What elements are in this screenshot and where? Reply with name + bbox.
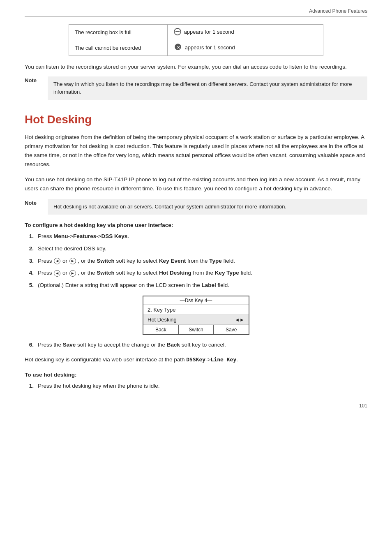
icon-label-2: appears for 1 second	[185, 44, 235, 51]
step-3-num: 3.	[25, 257, 34, 266]
phone-screen-title: —Dss Key 4—	[143, 296, 249, 305]
dsskey-path: DSSKey	[186, 356, 205, 363]
right-arrow-btn-4: ►	[69, 270, 76, 277]
step-1-text: Press Menu->Features->DSS Keys.	[38, 232, 367, 241]
switch-label-3: Switch	[97, 258, 115, 264]
right-arrow-btn-3: ►	[69, 258, 76, 264]
step-5-num: 5.	[25, 281, 34, 290]
recording-table-container: The recording box is full appears for 1 …	[69, 24, 323, 56]
note1-content: The way in which you listen to the recor…	[48, 76, 367, 100]
step-1-menu: Menu	[53, 233, 68, 239]
note2-label: Note	[25, 199, 41, 206]
save-soft-key: Save	[63, 342, 76, 348]
type-field-label: Type	[209, 258, 222, 264]
key-event-label: Key Event	[159, 258, 186, 264]
step-4-text: Press ◄ or ► , or the Switch soft key to…	[38, 269, 367, 278]
use-step-1-num: 1.	[25, 382, 34, 391]
svg-text:✕: ✕	[176, 45, 180, 50]
use-heading: To use hot desking:	[25, 372, 367, 378]
step-3: 3. Press ◄ or ► , or the Switch soft key…	[25, 257, 367, 266]
step-1: 1. Press Menu->Features->DSS Keys.	[25, 232, 367, 241]
line-key-path: Line Key	[211, 356, 237, 363]
table-row: The call cannot be recorded ✕ appears fo…	[69, 40, 323, 56]
hot-desking-para1: Hot desking originates from the definiti…	[25, 133, 367, 169]
phone-btn-save[interactable]: Save	[214, 325, 249, 334]
step-1-dss: DSS Keys	[101, 233, 128, 239]
switch-label-4: Switch	[97, 270, 115, 276]
step-5-text: (Optional.) Enter a string that will app…	[38, 281, 367, 290]
page-number: 101	[359, 403, 367, 409]
circle-minus-icon	[173, 28, 182, 36]
use-step-1: 1. Press the hot desking key when the ph…	[25, 382, 367, 391]
page-header: Advanced Phone Features	[25, 8, 367, 17]
step-1-num: 1.	[25, 232, 34, 241]
icon-box-1: appears for 1 second	[173, 28, 234, 36]
page-footer: 101	[25, 396, 367, 409]
use-steps: 1. Press the hot desking key when the ph…	[25, 382, 367, 391]
icon-box-2: ✕ appears for 1 second	[173, 43, 235, 51]
step-3-text: Press ◄ or ► , or the Switch soft key to…	[38, 257, 367, 266]
step-6: 6. Press the Save soft key to accept the…	[25, 341, 367, 349]
key-type-label: Key Type	[215, 270, 239, 276]
step-2-num: 2.	[25, 245, 34, 253]
phone-x-icon: ✕	[173, 43, 182, 51]
phone-btn-back[interactable]: Back	[143, 325, 179, 334]
step-2: 2. Select the desired DSS key.	[25, 245, 367, 253]
hot-desking-para2: You can use hot desking on the SIP-T41P …	[25, 175, 367, 194]
phone-screen: —Dss Key 4— 2. Key Type Hot Desking ◄► B…	[143, 296, 249, 335]
step-2-text: Select the desired DSS key.	[38, 245, 367, 253]
step6-list: 6. Press the Save soft key to accept the…	[25, 341, 367, 349]
table-row: The recording box is full appears for 1 …	[69, 25, 323, 40]
phone-screen-buttons: Back Switch Save	[143, 325, 249, 334]
phone-screen-value: Hot Desking	[148, 317, 177, 323]
phone-screen-arrow: ◄►	[235, 317, 244, 323]
step-4: 4. Press ◄ or ► , or the Switch soft key…	[25, 269, 367, 278]
back-soft-key: Back	[167, 342, 180, 348]
step-6-num: 6.	[25, 341, 34, 349]
note1-label: Note	[25, 76, 41, 83]
path-text: Hot desking key is configurable via web …	[25, 355, 367, 364]
condition-cell-1: The recording box is full	[69, 25, 168, 40]
left-arrow-btn-4: ◄	[54, 270, 60, 277]
step-1-features: Features	[73, 233, 96, 239]
configure-heading: To configure a hot desking key via phone…	[25, 222, 367, 228]
header-title: Advanced Phone Features	[309, 8, 367, 14]
note2-container: Note Hot desking is not available on all…	[25, 199, 367, 215]
step-6-text: Press the Save soft key to accept the ch…	[38, 341, 367, 349]
icon-label-1: appears for 1 second	[184, 29, 234, 35]
body-text-1: You can listen to the recordings stored …	[25, 62, 367, 72]
icon-cell-2: ✕ appears for 1 second	[167, 40, 323, 56]
phone-screen-row2: Hot Desking ◄►	[143, 315, 249, 325]
hot-desking-title: Hot Desking	[25, 113, 367, 126]
step-5: 5. (Optional.) Enter a string that will …	[25, 281, 367, 290]
note2-content: Hot desking is not available on all serv…	[48, 199, 367, 215]
phone-btn-switch[interactable]: Switch	[179, 325, 214, 334]
use-step-1-text: Press the hot desking key when the phone…	[38, 382, 367, 391]
label-field-label: Label	[201, 282, 216, 288]
condition-cell-2: The call cannot be recorded	[69, 40, 168, 56]
left-arrow-btn-3: ◄	[54, 258, 60, 264]
phone-screen-row1: 2. Key Type	[143, 305, 249, 315]
note1-container: Note The way in which you listen to the …	[25, 76, 367, 100]
icon-cell-1: appears for 1 second	[167, 25, 323, 40]
hot-desking-label: Hot Desking	[159, 270, 191, 276]
configure-steps: 1. Press Menu->Features->DSS Keys. 2. Se…	[25, 232, 367, 290]
step-4-num: 4.	[25, 269, 34, 278]
recording-table: The recording box is full appears for 1 …	[69, 24, 323, 56]
